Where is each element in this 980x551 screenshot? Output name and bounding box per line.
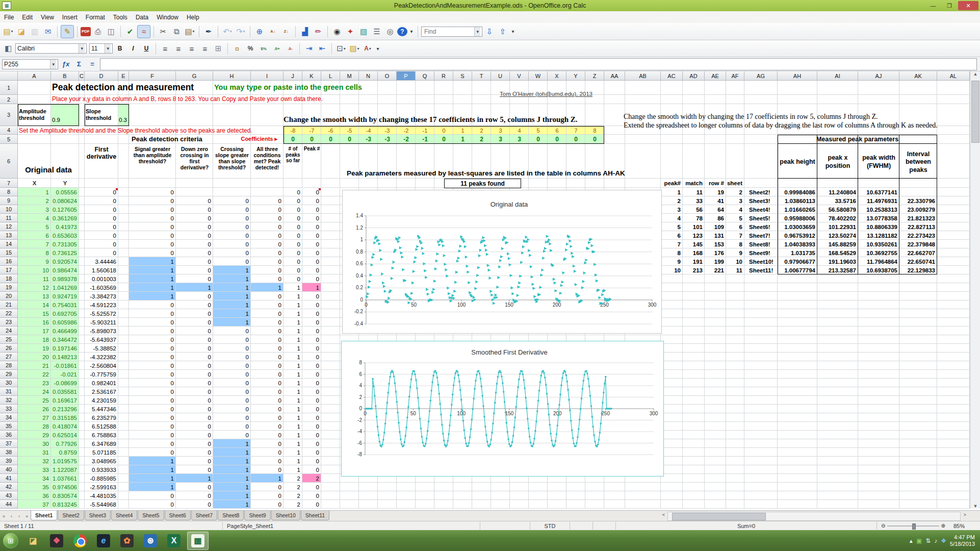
- cell-x-value[interactable]: 9: [18, 257, 51, 266]
- column-header-X[interactable]: X: [548, 71, 566, 81]
- column-header-M[interactable]: M: [340, 71, 359, 81]
- cell-peaks-so-far[interactable]: 0: [283, 214, 302, 222]
- peak-height-value[interactable]: 0.96753912: [778, 231, 817, 240]
- cell-i-value[interactable]: 0: [251, 370, 283, 379]
- cell-g-value[interactable]: 0: [176, 318, 213, 327]
- sort-descending-icon[interactable]: Z↓: [280, 26, 292, 38]
- row-header-39[interactable]: 39: [0, 457, 18, 465]
- row-header-7[interactable]: 7: [0, 179, 18, 188]
- background-color-icon[interactable]: ▨▾: [348, 42, 360, 55]
- menu-tools[interactable]: Tools: [109, 12, 132, 22]
- navigator-icon[interactable]: ✦: [344, 26, 356, 38]
- cell-derivative-value[interactable]: -5.525572: [85, 309, 118, 318]
- threshold-instruction-note[interactable]: Set the Amplitude threshold and the Slop…: [19, 127, 304, 134]
- cell-peak-number[interactable]: 0: [302, 422, 321, 431]
- cell-peak-number[interactable]: 0: [302, 457, 321, 465]
- cell-h-value[interactable]: 1: [213, 266, 251, 274]
- cell-f-value[interactable]: 1: [129, 283, 176, 292]
- cell-y-value[interactable]: 1.037661: [51, 474, 79, 483]
- cell-derivative-value[interactable]: -0.775759: [85, 370, 118, 379]
- cell-derivative-value[interactable]: 6.758863: [85, 431, 118, 439]
- peak-row-ref[interactable]: 131: [705, 231, 726, 240]
- peak-sheet-num[interactable]: 3: [726, 196, 744, 205]
- cell-y-value[interactable]: 0.625014: [51, 431, 79, 439]
- zoom-slider[interactable]: ⊖ ⊕: [877, 522, 949, 530]
- row-header-33[interactable]: 33: [0, 405, 18, 413]
- cell-y-value[interactable]: 0.77926: [51, 439, 79, 448]
- y-column-label[interactable]: Y: [51, 179, 79, 187]
- column-header-F[interactable]: F: [129, 71, 176, 81]
- cell-x-value[interactable]: 6: [18, 231, 51, 240]
- peak-width-value[interactable]: 11.7964864: [858, 257, 899, 266]
- cell-peak-number[interactable]: 0: [302, 335, 321, 344]
- cell-derivative-value[interactable]: 0: [85, 231, 118, 240]
- cell-g-value[interactable]: 0: [176, 214, 213, 222]
- peak-match[interactable]: 191: [683, 257, 705, 266]
- sheet-tab-sheet5[interactable]: Sheet5: [138, 511, 164, 520]
- cell-x-value[interactable]: 10: [18, 266, 51, 274]
- cell-peaks-so-far[interactable]: 1: [283, 361, 302, 370]
- select-all-corner[interactable]: [0, 71, 18, 81]
- cell-x-value[interactable]: 30: [18, 439, 51, 448]
- cell-y-value[interactable]: 0.466499: [51, 327, 79, 335]
- cell-h-value[interactable]: 1: [213, 309, 251, 318]
- new-document-icon[interactable]: ▤▾: [2, 26, 14, 38]
- peak-height-value[interactable]: 0.99984086: [778, 188, 817, 196]
- function-wizard-icon[interactable]: ƒx: [60, 59, 71, 69]
- cell-h-value[interactable]: 1: [213, 474, 251, 483]
- cell-x-value[interactable]: 24: [18, 387, 51, 396]
- cell-derivative-value[interactable]: 0: [85, 240, 118, 248]
- cell-peaks-so-far[interactable]: 1: [283, 465, 302, 474]
- cell-peak-number[interactable]: 0: [302, 413, 321, 422]
- peak-row-ref[interactable]: 221: [705, 266, 726, 274]
- cell-x-value[interactable]: 33: [18, 465, 51, 474]
- cell-f-value[interactable]: 0: [129, 222, 176, 231]
- sheet-tab-sheet9[interactable]: Sheet9: [244, 511, 270, 520]
- zoom-icon[interactable]: ◎: [384, 26, 396, 38]
- previous-sheet-icon[interactable]: ‹: [8, 512, 15, 520]
- slope-threshold-value[interactable]: 0.3: [119, 115, 129, 124]
- peak-width-value[interactable]: 10.9350261: [858, 240, 899, 248]
- cell-peaks-so-far[interactable]: 1: [283, 422, 302, 431]
- cell-derivative-value[interactable]: 2.536167: [85, 387, 118, 396]
- cell-f-value[interactable]: 0: [129, 361, 176, 370]
- column-header-T[interactable]: T: [472, 71, 491, 81]
- extend-note[interactable]: Extend the spreadsheet to longer columns…: [624, 121, 980, 130]
- column-header-I[interactable]: I: [251, 71, 283, 81]
- cell-derivative-value[interactable]: 0: [85, 188, 118, 196]
- peak-match[interactable]: 78: [683, 214, 705, 222]
- x-column-label[interactable]: X: [18, 179, 51, 187]
- cell-h-value[interactable]: 1: [213, 483, 251, 491]
- cell-derivative-value[interactable]: -5.903211: [85, 318, 118, 327]
- row-header-26[interactable]: 26: [0, 344, 18, 353]
- header-down-zero-crossing[interactable]: Down zero crossing in first derivative?: [176, 145, 213, 178]
- cell-g-value[interactable]: 0: [176, 379, 213, 387]
- cell-h-value[interactable]: 0: [213, 370, 251, 379]
- cell-peaks-so-far[interactable]: 0: [283, 188, 302, 196]
- peak-interval-value[interactable]: [899, 188, 937, 196]
- cell-i-value[interactable]: 0: [251, 196, 283, 205]
- sort-ascending-icon[interactable]: A↓: [267, 26, 279, 38]
- menu-help[interactable]: Help: [183, 12, 203, 22]
- peak-interval-value[interactable]: 22.330796: [899, 196, 937, 205]
- cell-y-value[interactable]: 0.148213: [51, 353, 79, 361]
- cell-f-value[interactable]: 0: [129, 491, 176, 500]
- cell-g-value[interactable]: 0: [176, 413, 213, 422]
- menu-file[interactable]: File: [0, 12, 18, 22]
- page-preview-icon[interactable]: ◫: [105, 26, 117, 38]
- paste-icon[interactable]: ▤▾: [184, 26, 196, 38]
- find-next-icon[interactable]: ⇩: [483, 26, 496, 38]
- sheet-tab-sheet2[interactable]: Sheet2: [58, 511, 84, 520]
- row-header-38[interactable]: 38: [0, 448, 18, 457]
- email-document-icon[interactable]: ✉: [42, 26, 54, 38]
- amplitude-threshold-value[interactable]: 0.9: [52, 115, 78, 124]
- column-header-AI[interactable]: AI: [817, 71, 858, 81]
- cell-f-value[interactable]: 0: [129, 379, 176, 387]
- peak-row-number[interactable]: 1: [661, 188, 683, 196]
- column-header-B[interactable]: B: [51, 71, 79, 81]
- cell-x-value[interactable]: 18: [18, 335, 51, 344]
- row-header-31[interactable]: 31: [0, 387, 18, 396]
- taskbar-openoffice-calc[interactable]: ▦: [187, 532, 209, 550]
- column-header-AF[interactable]: AF: [726, 71, 744, 81]
- cell-peak-number[interactable]: 0: [302, 196, 321, 205]
